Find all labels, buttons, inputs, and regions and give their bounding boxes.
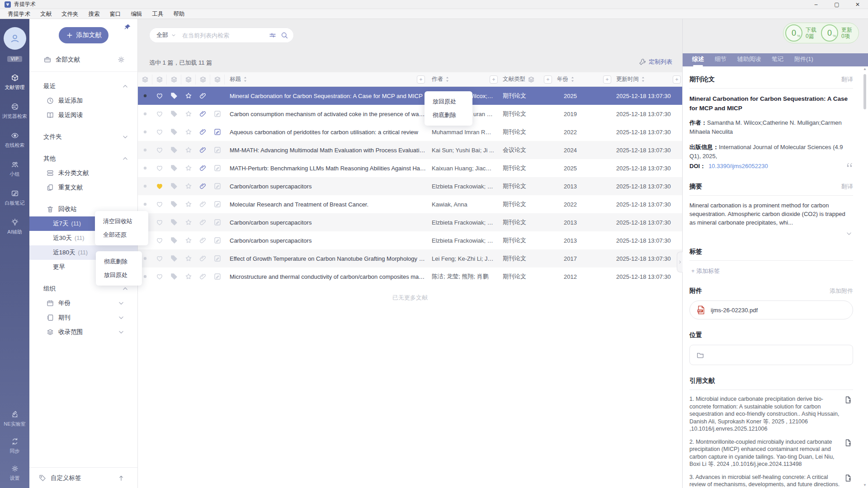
tab-细节[interactable]: 细节 [715,55,726,66]
read-status-icon[interactable] [142,93,148,99]
read-status-icon[interactable] [142,273,148,280]
table-row[interactable]: Aqueous carbonation of peridotites for c… [138,123,682,141]
column-resize-handle[interactable]: + [673,75,681,84]
rail-item-bulb[interactable]: AI辅助 [2,218,27,235]
tag-icon[interactable] [170,254,178,263]
menu-item[interactable]: 清空回收站 [95,215,148,228]
add-file-icon[interactable] [844,396,852,404]
column-header-updated[interactable]: 更新时间 [603,75,673,83]
rail-item-pen[interactable]: 白板笔记 [2,189,27,206]
table-row[interactable]: Molecular Research and Treatment of Brea… [138,195,682,213]
sidebar-item-scope[interactable]: 收录范围 [29,325,137,339]
edit-icon[interactable] [213,200,222,208]
column-header-author[interactable]: 作者 [426,75,494,83]
column-header-icon[interactable] [210,75,225,84]
menubar-item[interactable]: 工具 [147,9,169,19]
heart-icon[interactable] [156,164,164,172]
pin-icon[interactable] [123,23,131,31]
column-header-icon[interactable] [196,75,210,84]
heart-icon[interactable] [156,110,164,118]
chevron-up-icon[interactable] [121,155,129,163]
sidebar-item-recent-read[interactable]: 最近阅读 [29,108,137,122]
column-resize-handle[interactable]: + [417,75,425,84]
translate-link[interactable]: 翻译 [841,75,853,84]
edit-icon[interactable] [213,164,222,172]
menu-item[interactable]: 放回原处 [425,95,472,108]
sidebar-item-duplicates[interactable]: 重复文献 [29,180,137,195]
edit-icon[interactable] [213,110,222,118]
add-file-icon[interactable] [844,439,852,447]
menu-item[interactable]: 全部还原 [95,228,148,242]
column-resize-handle[interactable]: + [544,75,552,84]
chevron-down-icon[interactable] [121,133,129,141]
menubar-item[interactable]: 青提学术 [3,9,35,19]
heart-icon[interactable] [156,146,164,154]
menubar-item[interactable]: 文件夹 [57,9,84,19]
table-row[interactable]: Microstructure and thermal conductivity … [138,267,682,286]
rail-item-sync[interactable]: 同步 [10,437,20,455]
location-box[interactable] [689,345,853,365]
maximize-button[interactable]: ▢ [826,0,847,9]
paperclip-icon[interactable] [199,92,207,100]
read-status-icon[interactable] [142,201,148,207]
chevron-up-icon[interactable] [121,285,129,293]
section-recent[interactable]: 最近 [29,79,137,94]
column-resize-handle[interactable]: + [603,75,611,84]
heart-icon[interactable] [156,254,164,263]
read-status-icon[interactable] [142,129,148,135]
table-row[interactable]: MATH-Perturb: Benchmarking LLMs Math Rea… [138,159,682,177]
sort-icon[interactable] [641,76,646,82]
sidebar-item-all-docs[interactable]: 全部文献 [29,52,137,67]
paperclip-icon[interactable] [199,128,207,136]
rail-item-users[interactable]: 小组 [2,160,27,178]
paperclip-icon[interactable] [199,200,207,208]
menubar-item[interactable]: 文献 [35,9,57,19]
rail-item-micro[interactable]: NE实验室 [4,410,25,427]
star-icon[interactable] [184,128,193,136]
tab-综述[interactable]: 综述 [692,55,704,66]
add-file-icon[interactable] [844,474,852,482]
column-header-year[interactable]: 年份 [548,75,603,83]
search-scope-dropdown[interactable]: 全部 [156,31,178,39]
read-status-icon[interactable] [142,255,148,262]
table-row[interactable]: Mineral Carbonation for Carbon Sequestra… [138,87,682,105]
translate-link[interactable]: 翻译 [841,183,853,191]
search-input[interactable] [182,32,269,39]
sidebar-item-uncategorized[interactable]: 未分类文献 [29,166,137,180]
edit-icon[interactable] [213,146,222,154]
close-button[interactable]: ✕ [847,0,868,9]
star-icon[interactable] [184,254,193,263]
tab-辅助阅读[interactable]: 辅助阅读 [737,55,761,66]
column-header-icon[interactable] [152,75,167,84]
menubar-item[interactable]: 帮助 [169,9,190,19]
read-status-icon[interactable] [142,147,148,153]
add-tag-button[interactable]: + 添加标签 [691,267,853,275]
quote-icon[interactable] [846,162,853,169]
gear-icon[interactable] [117,56,125,64]
paperclip-icon[interactable] [199,110,207,118]
menu-item[interactable]: 彻底删除 [425,108,472,122]
rail-item-cube[interactable]: 文献管理 [2,74,27,91]
scrollbar-thumb[interactable] [863,74,866,109]
heart-icon[interactable] [156,182,164,190]
read-status-icon[interactable] [142,111,148,117]
add-attachment-button[interactable]: 添加附件 [830,287,853,295]
heart-icon[interactable] [156,128,164,136]
rail-item-ball[interactable]: 浏览器检索 [2,103,27,120]
attachment-item[interactable]: PDF ijms-26-02230.pdf [689,300,853,319]
edit-icon[interactable] [213,272,222,281]
star-icon[interactable] [184,236,193,244]
edit-icon[interactable] [213,218,222,226]
chevron-up-icon[interactable] [121,82,129,90]
menu-item[interactable]: 放回原处 [96,268,142,282]
sidebar-item-journal[interactable]: 期刊 [29,310,137,325]
paperclip-icon[interactable] [199,218,207,226]
tag-icon[interactable] [170,200,178,208]
edit-icon[interactable] [213,254,222,263]
sort-icon[interactable] [445,76,450,82]
paperclip-icon[interactable] [199,236,207,244]
tag-icon[interactable] [170,92,178,100]
sort-icon[interactable] [570,76,575,82]
customize-list-button[interactable]: 定制列表 [638,58,672,66]
chevron-down-icon[interactable] [117,328,125,336]
